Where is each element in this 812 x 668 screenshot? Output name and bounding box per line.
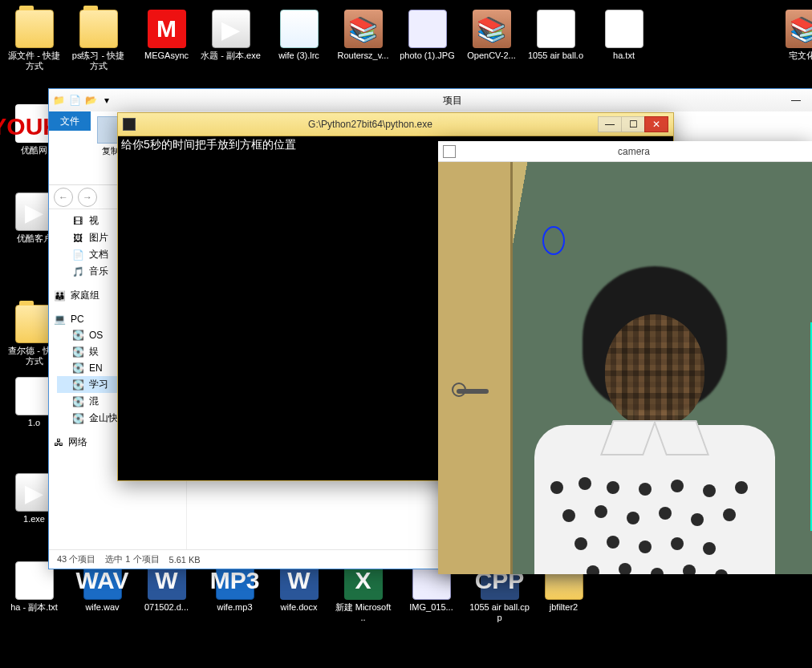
desktop-icon-label: wife.wav (72, 602, 132, 613)
door-handle (457, 389, 489, 394)
status-count: 43 个项目 (57, 553, 95, 565)
desktop-icon-label: 源文件 - 快捷方式 (4, 51, 64, 71)
sidebar-item-label: 视 (89, 214, 99, 228)
door (438, 162, 513, 574)
sidebar-item-label: 音乐 (89, 265, 108, 278)
desktop-icon-label: ha.txt (594, 51, 654, 61)
desktop-icon-label: Routersz_v... (333, 51, 393, 61)
desktop-icon-label: 1055 air ball.o (526, 51, 586, 61)
detection-circle (542, 226, 565, 255)
desktop-icon[interactable]: 源文件 - 快捷方式 (4, 10, 64, 71)
desktop-icon[interactable]: wife (3).lrc (269, 10, 329, 61)
drive-icon: 💽 (71, 379, 84, 391)
explorer-titlebar[interactable]: 📁 📄 📂 ▾ 项目 — ☐ ✕ (49, 89, 812, 111)
camera-title: camera (461, 146, 807, 157)
sidebar-item-label: 学习 (89, 378, 108, 391)
face-mosaic (605, 314, 704, 427)
props-icon[interactable]: 📂 (84, 94, 97, 107)
desktop-icon[interactable]: 📚Routersz_v... (333, 10, 393, 61)
drive-icon: 💽 (71, 395, 84, 408)
drive-icon: 💽 (71, 346, 84, 358)
new-folder-icon[interactable]: 📄 (68, 94, 81, 107)
console-title: G:\Python27bit64\python.exe (142, 119, 599, 130)
sidebar-item-label: 娱 (89, 345, 99, 358)
folder-icon (79, 10, 118, 48)
sidebar-item-icon: 🎵 (71, 265, 84, 278)
camera-window[interactable]: camera (438, 141, 812, 574)
console-icon (123, 118, 136, 131)
desktop-icon-label: wife (3).lrc (269, 51, 329, 61)
desktop-icon-label: IMG_015... (401, 602, 461, 613)
sidebar-item-icon: 🖼 (71, 232, 84, 245)
dropdown-icon[interactable]: ▾ (100, 94, 113, 107)
camera-icon (443, 145, 456, 158)
sidebar-item-icon: 📄 (71, 249, 84, 261)
txt-icon (537, 10, 575, 48)
desktop-icon-label: 1055 air ball.cpp (469, 602, 530, 623)
desktop-icon-label: 宅文化-. (774, 51, 812, 61)
folder-icon[interactable]: 📁 (52, 94, 65, 107)
desktop-icon-label: 071502.d... (136, 602, 197, 613)
console-close-button[interactable]: ✕ (644, 116, 668, 132)
desktop-icon-label: ps练习 - 快捷方式 (68, 51, 128, 71)
notepad-icon (280, 10, 319, 48)
desktop-icon-label: 水题 - 副本.exe (201, 51, 261, 61)
max-button[interactable]: ☐ (808, 92, 812, 108)
status-size: 5.61 KB (169, 555, 201, 565)
sidebar-item-label: 网络 (68, 435, 87, 449)
mega-icon: M (148, 10, 186, 48)
desktop-icon[interactable]: X新建 Microsoft .. (333, 561, 393, 623)
person (534, 266, 775, 574)
console-titlebar[interactable]: G:\Python27bit64\python.exe — ☐ ✕ (117, 112, 674, 136)
sidebar-item-icon: 🎞 (71, 215, 84, 228)
sidebar-item-label: PC (71, 314, 84, 325)
sidebar-item-label: OS (89, 330, 103, 341)
app-icon: ▶ (212, 10, 250, 48)
wrar-icon: 📚 (473, 10, 511, 48)
drive-icon: 💽 (71, 329, 84, 342)
drive-icon: 💽 (71, 362, 84, 374)
desktop-icon[interactable]: 📚OpenCV-2... (461, 10, 522, 61)
pc-icon: 💻 (54, 314, 66, 325)
homegroup-icon: 👪 (54, 290, 66, 302)
desktop-icon[interactable]: ▶水题 - 副本.exe (201, 10, 261, 61)
txt-icon (605, 10, 644, 48)
console-min-button[interactable]: — (598, 116, 622, 132)
desktop-icon-label: jbfilter2 (534, 602, 594, 613)
jpg-icon (408, 10, 447, 48)
desktop-icon[interactable]: ha.txt (594, 10, 654, 61)
desktop-icon-label: 新建 Microsoft .. (333, 602, 393, 623)
desktop-icon[interactable]: ps练习 - 快捷方式 (68, 10, 128, 71)
sidebar-item-label: 家庭组 (71, 289, 99, 302)
network-icon: 🖧 (54, 437, 63, 448)
desktop-icon[interactable]: 📚宅文化-. (774, 10, 812, 61)
camera-titlebar[interactable]: camera (438, 141, 812, 162)
file-tab[interactable]: 文件 (49, 111, 91, 131)
desktop-icon[interactable]: photo (1).JPG (397, 10, 457, 61)
wrar-icon: 📚 (786, 10, 813, 48)
console-max-button[interactable]: ☐ (621, 116, 645, 132)
desktop-icon-label: OpenCV-2... (461, 51, 522, 61)
desktop-icon-label: MEGAsync (136, 51, 197, 61)
desktop-icon-label: wife.mp3 (205, 602, 265, 613)
wrar-icon: 📚 (344, 10, 383, 48)
sidebar-item-label: 文档 (89, 248, 108, 261)
sidebar-item-label: EN (89, 362, 103, 374)
nav-forward-button[interactable]: → (78, 188, 97, 207)
drive-icon: 💽 (71, 412, 84, 425)
folder-icon (15, 10, 54, 48)
desktop-icon[interactable]: 1055 air ball.o (526, 10, 586, 61)
desktop-icon-label: ha - 副本.txt (4, 602, 64, 613)
desktop-icon-label: photo (1).JPG (397, 51, 457, 61)
nav-back-button[interactable]: ← (54, 188, 73, 207)
camera-feed (438, 162, 812, 574)
sidebar-item-label: 混 (89, 395, 99, 408)
desktop-icon[interactable]: MMEGAsync (136, 10, 197, 61)
explorer-title: 项目 (121, 94, 784, 107)
status-selection: 选中 1 个项目 (105, 553, 159, 565)
min-button[interactable]: — (784, 92, 808, 108)
sidebar-item-label: 图片 (89, 231, 108, 245)
desktop-icon-label: wife.docx (269, 602, 329, 613)
